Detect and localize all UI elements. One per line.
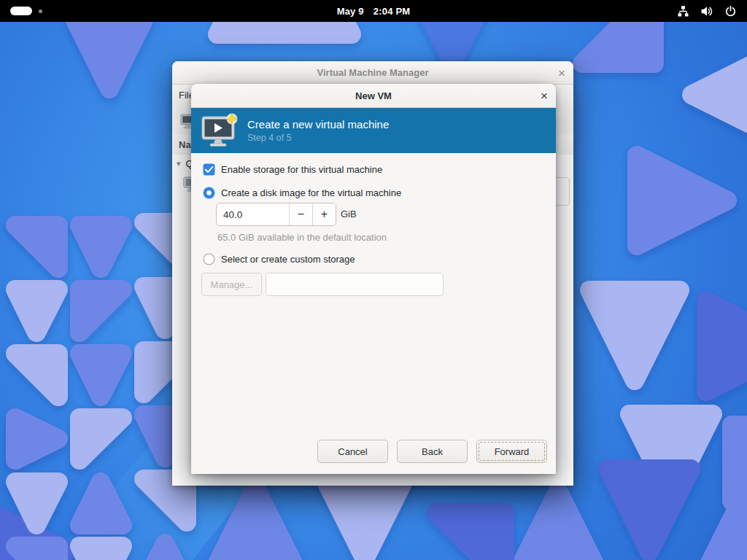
disk-size-input[interactable] xyxy=(217,203,289,225)
wizard-title: Create a new virtual machine xyxy=(247,118,389,131)
desktop-screen: May 9 2:04 PM Virtual Machine Manag xyxy=(0,0,747,560)
dialog-action-area: Cancel Back Forward xyxy=(317,440,547,463)
top-bar: May 9 2:04 PM xyxy=(0,0,747,22)
manage-storage-button[interactable]: Manage... xyxy=(201,273,262,296)
workspace-indicator[interactable] xyxy=(0,0,42,22)
custom-storage-path-field[interactable] xyxy=(266,273,444,296)
custom-storage-path-input[interactable] xyxy=(266,273,446,297)
disk-size-increment-button[interactable]: + xyxy=(312,203,336,225)
active-workspace-pill[interactable] xyxy=(10,7,32,15)
vmm-titlebar[interactable]: Virtual Machine Manager × xyxy=(172,61,573,85)
wizard-step-label: Step 4 of 5 xyxy=(247,133,389,143)
inactive-workspace-dot[interactable] xyxy=(39,9,42,13)
custom-storage-row: Select or create custom storage xyxy=(203,253,355,265)
disk-image-row: Create a disk image for the virtual mach… xyxy=(203,187,401,199)
volume-icon[interactable] xyxy=(700,5,713,18)
wizard-header: Create a new virtual machine Step 4 of 5 xyxy=(191,108,556,153)
dialog-close-button[interactable]: × xyxy=(541,90,548,102)
enable-storage-checkbox[interactable] xyxy=(203,163,215,176)
new-vm-dialog: New VM × Create a new virtual machine St… xyxy=(191,84,556,474)
clock-button[interactable]: May 9 2:04 PM xyxy=(337,6,411,17)
disk-size-unit-label: GiB xyxy=(341,209,357,219)
back-button[interactable]: Back xyxy=(397,440,468,463)
dialog-titlebar[interactable]: New VM × xyxy=(191,84,556,108)
disk-image-radio[interactable] xyxy=(203,187,215,199)
vmm-close-button[interactable]: × xyxy=(558,66,565,79)
custom-storage-radio[interactable] xyxy=(203,253,215,265)
enable-storage-label[interactable]: Enable storage for this virtual machine xyxy=(221,164,382,175)
power-icon[interactable] xyxy=(724,5,737,18)
network-wired-icon[interactable] xyxy=(677,5,689,18)
forward-button[interactable]: Forward xyxy=(476,440,547,463)
time-label: 2:04 PM xyxy=(374,6,411,17)
custom-storage-label[interactable]: Select or create custom storage xyxy=(221,254,355,265)
disk-size-decrement-button[interactable]: − xyxy=(289,203,312,225)
system-status-area[interactable] xyxy=(677,0,747,22)
disk-size-spinbutton: − + xyxy=(216,203,336,226)
new-vm-monitor-play-icon xyxy=(200,113,238,148)
cancel-button[interactable]: Cancel xyxy=(317,440,388,463)
storage-availability-hint: 65.0 GiB available in the default locati… xyxy=(217,232,387,243)
enable-storage-row: Enable storage for this virtual machine xyxy=(203,163,382,176)
dialog-title: New VM xyxy=(355,90,392,101)
date-label: May 9 xyxy=(337,6,364,17)
expander-icon[interactable]: ▾ xyxy=(177,160,181,168)
vmm-window-title: Virtual Machine Manager xyxy=(317,67,429,78)
disk-image-label[interactable]: Create a disk image for the virtual mach… xyxy=(221,187,401,198)
